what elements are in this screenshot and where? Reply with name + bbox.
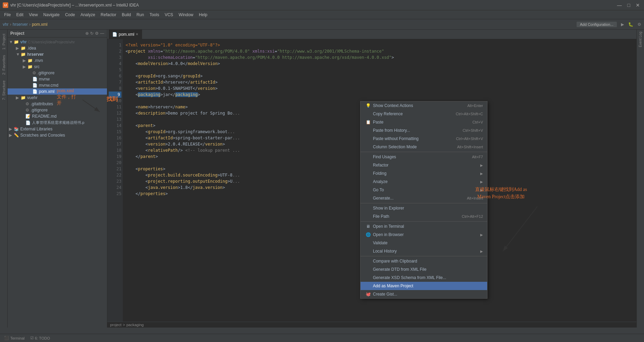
cm-create-gist[interactable]: 🐙Create Gist... bbox=[361, 290, 487, 298]
window-title: vhr [C:\Users\cj\IdeaProjects\vhr] – ...… bbox=[10, 3, 139, 8]
breadcrumb-sep: > bbox=[123, 323, 125, 327]
lightbulb-icon: 💡 bbox=[365, 103, 372, 108]
add-configuration-btn[interactable]: Add Configuration... bbox=[577, 22, 617, 27]
cm-sep3 bbox=[361, 221, 487, 222]
tree-item-external-libs[interactable]: ▶ 📚 External Libraries bbox=[8, 126, 107, 132]
cm-paste[interactable]: 📋Paste Ctrl+V bbox=[361, 118, 487, 126]
menu-window[interactable]: Window bbox=[176, 12, 196, 18]
tab-favorites[interactable]: 2: Favorites bbox=[1, 52, 7, 77]
editor-area: 📄 pom.xml ✕ 12345 678910 1112131415 1617… bbox=[107, 30, 636, 328]
menu-edit[interactable]: Edit bbox=[13, 12, 26, 18]
breadcrumb-project[interactable]: project bbox=[110, 323, 121, 327]
toolbar-more[interactable]: ⚙ bbox=[637, 22, 641, 27]
terminal-icon: 🖥 bbox=[365, 224, 372, 229]
menu-view[interactable]: View bbox=[26, 12, 41, 18]
menu-vcs[interactable]: VCS bbox=[162, 12, 176, 18]
debug-btn[interactable]: 🐛 bbox=[628, 22, 633, 27]
menu-bar: File Edit View Navigate Code Analyze Ref… bbox=[0, 10, 644, 19]
event-log-tab[interactable]: Event Log bbox=[638, 30, 643, 49]
cm-compare-clipboard[interactable]: Compare with Clipboard bbox=[361, 257, 487, 265]
menu-code[interactable]: Code bbox=[62, 12, 78, 18]
tree-item-gitattributes[interactable]: ⚙ .gitattributes bbox=[8, 101, 107, 107]
nav-bar: vhr › hrserver › pom.xml Add Configurati… bbox=[0, 19, 644, 30]
app-icon: IJ bbox=[3, 2, 8, 8]
menu-refactor[interactable]: Refactor bbox=[98, 12, 119, 18]
menu-navigate[interactable]: Navigate bbox=[41, 12, 62, 18]
menu-run[interactable]: Run bbox=[134, 12, 147, 18]
cm-generate[interactable]: Generate... Alt+Insert bbox=[361, 194, 487, 202]
line-numbers: 12345 678910 1112131415 1617181920 21222… bbox=[107, 39, 123, 322]
tab-bar: 📄 pom.xml ✕ bbox=[107, 30, 636, 39]
tab-pom-xml[interactable]: 📄 pom.xml ✕ bbox=[109, 30, 142, 39]
tree-item-mvnw-cmd[interactable]: 📄 mvnw.cmd bbox=[8, 82, 107, 88]
cm-folding[interactable]: Folding bbox=[361, 169, 487, 178]
tree-item-pom-xml[interactable]: 📄 pom.xml bbox=[8, 88, 107, 95]
menu-analyze[interactable]: Analyze bbox=[78, 12, 98, 18]
editor-breadcrumb: project > packaging bbox=[107, 322, 636, 328]
cm-analyze[interactable]: Analyze bbox=[361, 178, 487, 186]
cm-open-browser[interactable]: 🌐Open in Browser bbox=[361, 231, 487, 239]
terminal-icon: ⬛ bbox=[4, 336, 9, 340]
tree-item-vhr[interactable]: ▼ 📁 vhr C:\Users\cj\IdeaProjects\vhr bbox=[8, 39, 107, 45]
breadcrumb-hrserver[interactable]: hrserver bbox=[13, 22, 28, 27]
tree-item-src[interactable]: ▶ 📁 src bbox=[8, 64, 107, 70]
cm-gen-xsd[interactable]: Generate XSD Schema from XML File... bbox=[361, 274, 487, 282]
cm-column-selection[interactable]: Column Selection Mode Alt+Shift+Insert bbox=[361, 143, 487, 151]
cm-file-path[interactable]: File Path Ctrl+Alt+F12 bbox=[361, 212, 487, 221]
cm-show-in-explorer[interactable]: Show in Explorer bbox=[361, 204, 487, 212]
tab-close-btn[interactable]: ✕ bbox=[136, 32, 138, 36]
cm-add-maven-project[interactable]: Add as Maven Project bbox=[361, 282, 487, 290]
tree-item-gitignore-hrserver[interactable]: ⚙ .gitignore bbox=[8, 70, 107, 76]
cm-go-to[interactable]: Go To bbox=[361, 186, 487, 194]
right-panel: Event Log bbox=[636, 30, 644, 328]
tab-project[interactable]: 1: Project bbox=[1, 31, 7, 52]
cm-copy-reference[interactable]: Copy Reference Ctrl+Alt+Shift+C bbox=[361, 110, 487, 118]
run-btn[interactable]: ▶ bbox=[621, 22, 624, 27]
menu-tools[interactable]: Tools bbox=[147, 12, 162, 18]
tree-item-vuehr[interactable]: ▶ 📁 vuehr bbox=[8, 95, 107, 101]
tree-item-gitignore-root[interactable]: ⚙ .gitignore bbox=[8, 107, 107, 113]
breadcrumb-packaging[interactable]: packaging bbox=[126, 323, 143, 327]
cm-gen-dtd[interactable]: Generate DTD from XML File bbox=[361, 265, 487, 274]
sidebar-new-icon[interactable]: ⊕ bbox=[85, 31, 89, 36]
tree-item-mvn[interactable]: ▶ 📁 .mvn bbox=[8, 57, 107, 64]
sidebar-collapse-icon[interactable]: — bbox=[100, 31, 104, 36]
file-tree: ▼ 📁 vhr C:\Users\cj\IdeaProjects\vhr ▶ 📁… bbox=[8, 38, 107, 328]
terminal-btn[interactable]: ⬛ Terminal bbox=[3, 336, 26, 340]
cm-local-history[interactable]: Local History bbox=[361, 247, 487, 255]
menu-help[interactable]: Help bbox=[196, 12, 210, 18]
cm-open-terminal[interactable]: 🖥Open in Terminal bbox=[361, 222, 487, 231]
todo-icon: ☑ bbox=[30, 336, 34, 340]
breadcrumb-pomxml[interactable]: pom.xml bbox=[32, 22, 47, 27]
tree-item-scratches[interactable]: ▶ ✏️ Scratches and Consoles bbox=[8, 132, 107, 138]
close-btn[interactable]: ✕ bbox=[634, 2, 641, 8]
sidebar-sync-icon[interactable]: ↻ bbox=[90, 31, 94, 36]
github-icon: 🐙 bbox=[365, 292, 372, 297]
tab-structure[interactable]: 7: Structure bbox=[1, 78, 7, 103]
cm-paste-from-history[interactable]: Paste from History... Ctrl+Shift+V bbox=[361, 126, 487, 135]
menu-build[interactable]: Build bbox=[119, 12, 134, 18]
browser-icon: 🌐 bbox=[365, 232, 372, 237]
cm-show-context-actions[interactable]: 💡Show Context Actions Alt+Enter bbox=[361, 101, 487, 110]
cm-paste-without-format[interactable]: Paste without Formatting Ctrl+Alt+Shift+… bbox=[361, 135, 487, 143]
sidebar-settings-icon[interactable]: ⚙ bbox=[95, 31, 99, 36]
tree-item-idea[interactable]: ▶ 📁 .idea bbox=[8, 45, 107, 51]
breadcrumb: vhr › hrserver › pom.xml bbox=[3, 22, 47, 27]
cm-refactor[interactable]: Refactor bbox=[361, 161, 487, 169]
menu-file[interactable]: File bbox=[1, 12, 13, 18]
tree-item-requirements[interactable]: 📄 人事管理系统需求规格说明书.p bbox=[8, 119, 107, 126]
todo-btn[interactable]: ☑ 6: TODO bbox=[29, 336, 52, 340]
tree-item-mvnw[interactable]: 📄 mvnw bbox=[8, 76, 107, 82]
title-bar: IJ vhr [C:\Users\cj\IdeaProjects\vhr] – … bbox=[0, 0, 644, 10]
sidebar-title: Project bbox=[10, 31, 24, 36]
tree-item-readme[interactable]: 📝 README.md bbox=[8, 113, 107, 119]
bottom-bar: ⬛ Terminal ☑ 6: TODO bbox=[0, 334, 644, 342]
minimize-btn[interactable]: — bbox=[616, 2, 623, 8]
breadcrumb-vhr[interactable]: vhr bbox=[3, 22, 9, 27]
cm-find-usages[interactable]: Find Usages Alt+F7 bbox=[361, 153, 487, 161]
tree-item-hrserver[interactable]: ▼ 📁 hrserver bbox=[8, 51, 107, 57]
cm-validate[interactable]: Validate bbox=[361, 239, 487, 247]
sidebar-header: Project ⊕ ↻ ⚙ — bbox=[8, 30, 107, 38]
maximize-btn[interactable]: □ bbox=[626, 2, 632, 8]
clipboard-icon: 📋 bbox=[365, 120, 372, 125]
